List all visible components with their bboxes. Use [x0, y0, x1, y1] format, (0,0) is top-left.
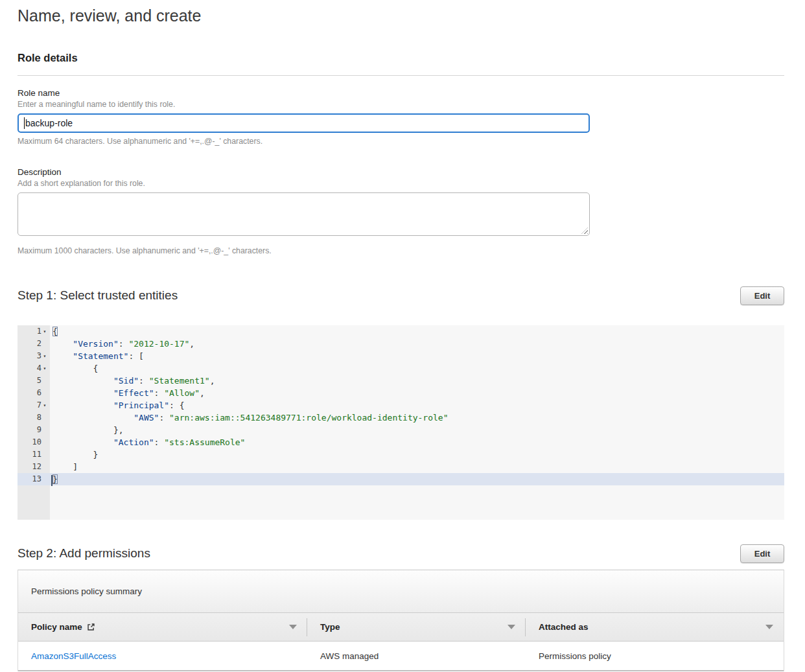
panel-title: Permissions policy summary — [18, 570, 784, 613]
editor-line-number: 5▾ — [18, 375, 50, 387]
role-name-constraint: Maximum 64 characters. Use alphanumeric … — [18, 137, 784, 146]
code-token: { — [52, 327, 58, 336]
editor-line[interactable]: 11▾ } — [18, 448, 784, 461]
table-row: AmazonS3FullAccessAWS managedPermissions… — [18, 642, 784, 671]
description-constraint: Maximum 1000 characters. Use alphanumeri… — [18, 246, 784, 256]
column-header-policy-name[interactable]: Policy name — [18, 613, 307, 641]
code-token — [52, 413, 134, 423]
policy-name-link[interactable]: AmazonS3FullAccess — [18, 642, 307, 670]
code-token: "Principal" — [113, 400, 169, 410]
editor-code-text[interactable]: "Version": "2012-10-17", — [50, 338, 784, 350]
column-label: Type — [320, 622, 340, 632]
editor-line[interactable]: 4▾ { — [18, 362, 784, 375]
trust-policy-editor[interactable]: 1▾{2▾ "Version": "2012-10-17",3▾ "Statem… — [18, 325, 784, 520]
code-token — [52, 339, 73, 349]
code-token: { — [52, 364, 98, 373]
editor-line[interactable]: 13▾} — [18, 473, 784, 485]
code-token — [52, 400, 113, 410]
code-token: "Effect" — [113, 388, 154, 398]
editor-code-text[interactable]: "Sid": "Statement1", — [50, 375, 784, 387]
fold-arrow-icon[interactable]: ▾ — [41, 325, 48, 338]
code-token: "arn:aws:iam::541263489771:role/workload… — [169, 413, 448, 423]
description-textarea[interactable] — [18, 192, 590, 236]
role-name-label: Role name — [18, 88, 784, 98]
code-token: : { — [169, 400, 184, 410]
editor-code-text[interactable]: "Statement": [ — [50, 350, 784, 362]
attached-as-cell: Permissions policy — [526, 642, 784, 670]
column-header-attached-as[interactable]: Attached as — [526, 613, 784, 641]
column-label: Attached as — [539, 622, 589, 632]
editor-code-text[interactable]: } — [50, 448, 784, 461]
description-field: Description Add a short explanation for … — [18, 167, 784, 256]
editor-line-number: 2▾ — [18, 338, 50, 350]
step1-heading: Step 1: Select trusted entities — [18, 288, 178, 303]
editor-line[interactable]: 9▾ }, — [18, 424, 784, 436]
name-review-create-page: Name, review, and create Role details Ro… — [18, 5, 784, 672]
editor-code-text[interactable]: "AWS": "arn:aws:iam::541263489771:role/w… — [50, 411, 784, 424]
role-name-input[interactable] — [18, 113, 590, 133]
editor-line[interactable]: 12▾ ] — [18, 461, 784, 473]
code-token: "2012-10-17" — [128, 339, 189, 349]
editor-code-text[interactable]: } — [50, 473, 784, 485]
fold-arrow-icon[interactable]: ▾ — [41, 399, 48, 411]
editor-line[interactable]: 10▾ "Action": "sts:AssumeRole" — [18, 436, 784, 448]
policy-editor-lines: 1▾{2▾ "Version": "2012-10-17",3▾ "Statem… — [18, 325, 784, 485]
editor-line[interactable]: 7▾ "Principal": { — [18, 399, 784, 411]
editor-code-text[interactable]: "Principal": { — [50, 399, 784, 411]
code-token: , — [189, 339, 194, 349]
code-token: : — [154, 437, 165, 447]
editor-line[interactable]: 2▾ "Version": "2012-10-17", — [18, 338, 784, 350]
editor-empty-area[interactable] — [18, 485, 784, 520]
editor-background — [50, 485, 784, 520]
column-header-type[interactable]: Type — [307, 613, 526, 641]
external-link-icon — [87, 623, 95, 631]
step1-edit-button[interactable]: Edit — [740, 286, 784, 305]
code-token: "Sid" — [113, 376, 139, 386]
editor-gutter — [18, 485, 50, 520]
policy-type-cell: AWS managed — [307, 642, 526, 670]
fold-arrow-icon[interactable]: ▾ — [41, 362, 48, 375]
filter-dropdown-icon[interactable] — [765, 625, 773, 629]
permissions-summary-panel: Permissions policy summary Policy name T… — [18, 570, 784, 671]
step2-edit-button[interactable]: Edit — [740, 544, 784, 563]
editor-line-number: 12▾ — [18, 461, 50, 473]
filter-dropdown-icon[interactable] — [508, 625, 515, 629]
description-label: Description — [18, 167, 784, 178]
code-token: , — [200, 388, 205, 398]
role-name-field: Role name Enter a meaningful name to ide… — [18, 88, 784, 146]
code-token: : — [139, 376, 149, 386]
step2-heading: Step 2: Add permissions — [18, 546, 150, 561]
editor-code-text[interactable]: "Effect": "Allow", — [50, 387, 784, 399]
editor-code-text[interactable]: ] — [50, 461, 784, 473]
column-label: Policy name — [31, 622, 82, 632]
role-details-heading: Role details — [18, 52, 784, 64]
editor-line[interactable]: 6▾ "Effect": "Allow", — [18, 387, 784, 399]
editor-line[interactable]: 8▾ "AWS": "arn:aws:iam::541263489771:rol… — [18, 411, 784, 424]
step1-header-row: Step 1: Select trusted entities Edit — [18, 286, 784, 305]
code-token: : — [119, 339, 129, 349]
code-token: : [ — [128, 351, 143, 361]
code-token — [52, 437, 113, 447]
editor-line[interactable]: 5▾ "Sid": "Statement1", — [18, 375, 784, 387]
editor-code-text[interactable]: }, — [50, 424, 784, 436]
page-title: Name, review, and create — [18, 5, 784, 26]
code-token: "AWS" — [134, 413, 159, 423]
editor-line-number: 1▾ — [18, 325, 50, 338]
editor-line-number: 10▾ — [18, 436, 50, 448]
editor-code-text[interactable]: { — [50, 362, 784, 375]
code-token — [52, 388, 113, 398]
table-body: AmazonS3FullAccessAWS managedPermissions… — [18, 642, 784, 671]
editor-line-number: 9▾ — [18, 424, 50, 436]
editor-line[interactable]: 1▾{ — [18, 325, 784, 338]
fold-arrow-icon[interactable]: ▾ — [41, 350, 48, 362]
editor-line-number: 8▾ — [18, 411, 50, 424]
editor-code-text[interactable]: "Action": "sts:AssumeRole" — [50, 436, 784, 448]
editor-code-text[interactable]: { — [50, 325, 784, 338]
code-token: "Action" — [113, 437, 154, 447]
code-token: "Allow" — [164, 388, 200, 398]
code-token: }, — [52, 425, 124, 435]
code-token: ] — [52, 462, 78, 472]
editor-line[interactable]: 3▾ "Statement": [ — [18, 350, 784, 362]
filter-dropdown-icon[interactable] — [289, 625, 297, 629]
code-token — [52, 351, 73, 361]
